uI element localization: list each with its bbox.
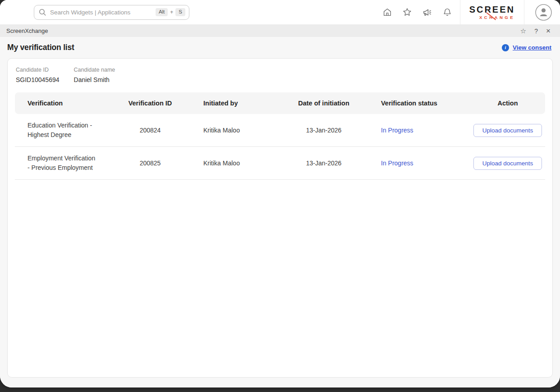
cell-verification-id: 200825 xyxy=(112,159,188,168)
view-consent-label: View consent xyxy=(513,44,551,51)
cell-verification: Education Verification - Highest Degree xyxy=(15,121,112,140)
page-title: My verification list xyxy=(7,43,74,52)
cell-initiated-by: Kritika Maloo xyxy=(188,126,272,135)
main-content: My verification list i View consent Cand… xyxy=(0,37,560,387)
shortcut-alt-badge: Alt xyxy=(156,8,168,16)
home-icon xyxy=(382,7,392,17)
table-body: Education Verification - Highest Degree … xyxy=(15,114,545,180)
topbar-divider xyxy=(524,0,524,25)
widget-favorite-icon[interactable]: ☆ xyxy=(517,27,529,34)
col-header-initiated-by: Initiated by xyxy=(188,100,272,107)
home-button[interactable] xyxy=(377,7,397,17)
topbar-divider xyxy=(460,0,460,25)
logo-text-top: SCREEN xyxy=(469,5,515,14)
favorites-button[interactable] xyxy=(397,7,417,17)
col-header-date-of-initiation: Date of initiation xyxy=(272,100,376,107)
page-header: My verification list i View consent xyxy=(0,37,560,58)
bell-icon xyxy=(442,7,452,17)
candidate-id-value: SGID10045694 xyxy=(16,76,60,83)
cell-date-of-initiation: 13-Jan-2026 xyxy=(272,159,376,168)
widget-close-icon[interactable]: × xyxy=(543,27,554,35)
table-row: Education Verification - Highest Degree … xyxy=(15,114,545,147)
profile-button[interactable] xyxy=(527,4,560,21)
col-header-verification-id: Verification ID xyxy=(112,100,188,107)
announcements-button[interactable] xyxy=(417,7,437,18)
search-input[interactable] xyxy=(50,9,156,16)
search-icon xyxy=(39,9,46,16)
view-consent-link[interactable]: i View consent xyxy=(502,44,551,51)
col-header-verification: Verification xyxy=(15,100,112,107)
col-header-action: Action xyxy=(470,100,545,107)
widget-bar-actions: ☆ ? × xyxy=(517,27,554,35)
global-search[interactable]: Alt + S xyxy=(34,5,189,20)
logo-text-bottom: XCHANGE xyxy=(479,15,515,20)
candidate-info: Candidate ID SGID10045694 Candidate name… xyxy=(15,67,545,86)
notifications-button[interactable] xyxy=(437,7,457,17)
candidate-id-label: Candidate ID xyxy=(16,67,60,73)
cell-initiated-by: Kritika Maloo xyxy=(188,159,272,168)
candidate-name-label: Candidate name xyxy=(74,67,115,73)
table-header-row: Verification Verification ID Initiated b… xyxy=(15,92,545,114)
star-icon xyxy=(402,7,412,17)
shortcut-s-badge: S xyxy=(175,8,185,16)
upload-documents-button[interactable]: Upload documents xyxy=(473,157,542,170)
top-bar: Alt + S xyxy=(0,0,560,25)
topbar-actions: SCREEN XCHANGE xyxy=(377,0,560,24)
megaphone-icon xyxy=(422,7,432,18)
candidate-id-field: Candidate ID SGID10045694 xyxy=(16,67,60,83)
screenxchange-logo: SCREEN XCHANGE xyxy=(463,5,521,20)
shortcut-plus: + xyxy=(170,9,173,15)
upload-documents-button[interactable]: Upload documents xyxy=(473,124,542,137)
widget-help-icon[interactable]: ? xyxy=(531,28,541,34)
app-window: Alt + S xyxy=(0,0,560,387)
info-icon: i xyxy=(502,44,509,51)
candidate-name-field: Candidate name Daniel Smith xyxy=(74,67,115,83)
cell-verification-id: 200824 xyxy=(112,126,188,135)
avatar-icon xyxy=(535,4,552,21)
widget-title: ScreenXchange xyxy=(6,27,48,34)
cell-verification-status: In Progress xyxy=(376,126,470,135)
cell-verification: Employment Verification - Previous Emplo… xyxy=(15,154,112,173)
cell-verification-status: In Progress xyxy=(376,159,470,168)
candidate-name-value: Daniel Smith xyxy=(74,76,115,83)
cell-date-of-initiation: 13-Jan-2026 xyxy=(272,126,376,135)
verification-card: Candidate ID SGID10045694 Candidate name… xyxy=(7,58,553,378)
table-row: Employment Verification - Previous Emplo… xyxy=(15,147,545,180)
widget-title-bar: ScreenXchange ☆ ? × xyxy=(0,25,560,37)
col-header-verification-status: Verification status xyxy=(376,100,470,107)
